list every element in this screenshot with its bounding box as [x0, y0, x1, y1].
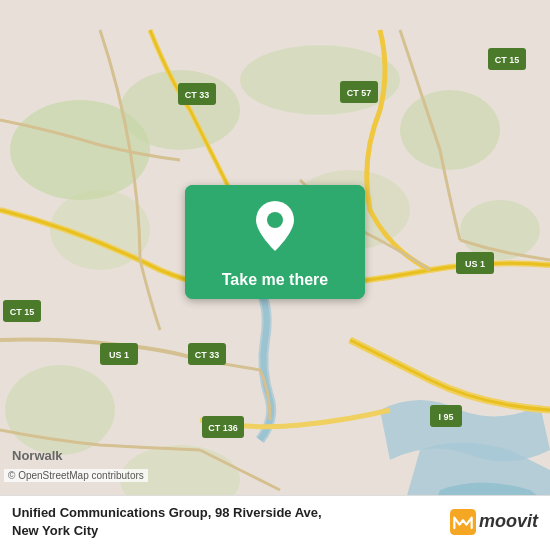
- svg-text:CT 57: CT 57: [347, 88, 372, 98]
- take-me-there-button[interactable]: Take me there: [185, 185, 365, 299]
- take-me-there-label: Take me there: [222, 271, 328, 289]
- svg-text:I 95: I 95: [438, 412, 453, 422]
- svg-point-29: [267, 212, 283, 228]
- location-info: Unified Communications Group, 98 Riversi…: [12, 504, 322, 540]
- svg-text:Norwalk: Norwalk: [12, 448, 63, 463]
- map-attribution: © OpenStreetMap contributors: [4, 469, 148, 482]
- svg-point-4: [400, 90, 500, 170]
- svg-text:CT 15: CT 15: [495, 55, 520, 65]
- location-pin-icon: [250, 199, 300, 255]
- bottom-info-bar: Unified Communications Group, 98 Riversi…: [0, 495, 550, 550]
- location-name: Unified Communications Group, 98 Riversi…: [12, 504, 322, 540]
- pin-area: [185, 185, 365, 265]
- moovit-logo: moovit: [450, 509, 538, 535]
- svg-point-3: [240, 45, 400, 115]
- svg-point-2: [120, 70, 240, 150]
- svg-text:CT 33: CT 33: [185, 90, 210, 100]
- svg-text:CT 136: CT 136: [208, 423, 238, 433]
- svg-text:CT 15: CT 15: [10, 307, 35, 317]
- svg-text:US 1: US 1: [109, 350, 129, 360]
- svg-text:US 1: US 1: [465, 259, 485, 269]
- moovit-icon: [450, 509, 476, 535]
- button-label-area: Take me there: [185, 265, 365, 299]
- svg-text:CT 33: CT 33: [195, 350, 220, 360]
- map-container: CT 15 CT 15 CT 33 CT 57 US 1 US 1 CT 33 …: [0, 0, 550, 550]
- moovit-text: moovit: [479, 511, 538, 532]
